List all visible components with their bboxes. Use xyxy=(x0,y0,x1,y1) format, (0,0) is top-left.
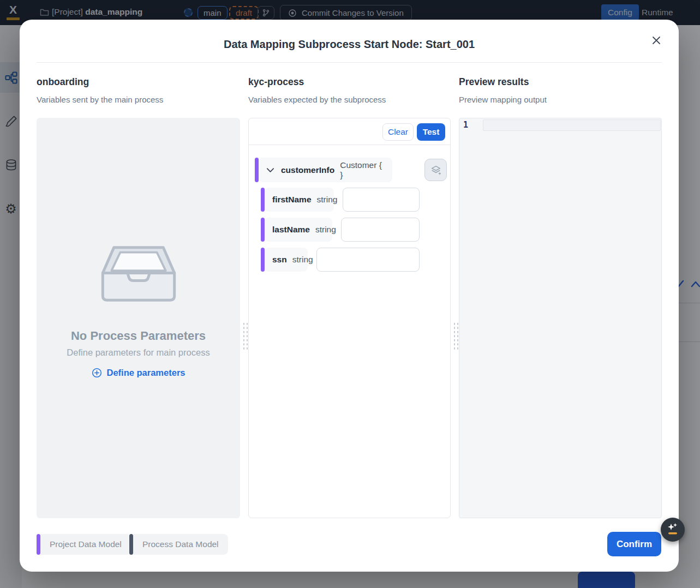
chevron-down-icon[interactable] xyxy=(266,167,274,173)
preview-output-editor[interactable]: 1 xyxy=(459,118,662,518)
dialog-title: Data Mapping Subprocess Start Node: Star… xyxy=(20,38,679,51)
legend-process-data-model: Process Data Model xyxy=(129,534,228,555)
target-panel-toolbar: Clear Test xyxy=(249,118,450,145)
panel-resize-handle[interactable] xyxy=(242,322,248,350)
empty-inbox-icon xyxy=(99,244,178,303)
firstName-value-input[interactable] xyxy=(343,188,420,212)
variable-type: string xyxy=(292,255,313,265)
variable-row: lastName string xyxy=(261,218,332,242)
preview-subtitle: Preview mapping output xyxy=(459,95,547,104)
target-variables-panel: Clear Test customerInfo Customer { } fir… xyxy=(248,118,451,518)
source-process-subtitle: Variables sent by the main process xyxy=(37,95,163,104)
ai-assistant-button[interactable] xyxy=(661,518,685,542)
define-parameters-label: Define parameters xyxy=(107,368,186,378)
variable-type: string xyxy=(315,225,336,235)
legend-label: Project Data Model xyxy=(40,534,131,555)
variable-row: firstName string xyxy=(261,188,334,212)
add-layer-button[interactable] xyxy=(424,159,447,181)
legend-label: Process Data Model xyxy=(133,534,228,555)
test-button[interactable]: Test xyxy=(417,123,445,141)
variable-name: ssn xyxy=(272,255,287,265)
project-model-accent-bar xyxy=(261,248,265,272)
variable-type: Customer { } xyxy=(340,160,385,180)
variable-name: firstName xyxy=(272,195,312,205)
editor-line-number: 1 xyxy=(463,120,468,130)
variable-row: ssn string xyxy=(261,248,308,272)
empty-state-subtitle: Define parameters for main process xyxy=(37,347,240,358)
variable-pill: ssn string xyxy=(265,248,308,272)
project-model-accent-bar xyxy=(261,218,265,242)
variable-group-row: customerInfo Customer { } xyxy=(255,158,392,182)
lastName-value-input[interactable] xyxy=(341,218,420,242)
variable-pill: firstName string xyxy=(265,188,334,212)
layers-plus-icon xyxy=(430,164,442,176)
source-process-title: onboarding xyxy=(37,76,89,88)
project-model-accent-bar xyxy=(261,188,265,212)
legend-project-data-model: Project Data Model xyxy=(37,534,131,555)
project-model-accent-bar xyxy=(255,158,259,182)
variable-pill: lastName string xyxy=(265,218,332,242)
sparkles-icon xyxy=(666,522,680,537)
editor-current-line xyxy=(483,119,661,131)
clear-button[interactable]: Clear xyxy=(382,123,414,141)
project-model-color-swatch xyxy=(37,534,40,555)
define-parameters-link[interactable]: Define parameters xyxy=(37,368,240,378)
process-model-color-swatch xyxy=(129,534,133,555)
panel-resize-handle[interactable] xyxy=(453,322,459,350)
variable-group-pill[interactable]: customerInfo Customer { } xyxy=(259,158,392,182)
preview-title: Preview results xyxy=(459,76,529,88)
empty-state-title: No Process Parameters xyxy=(37,329,240,343)
target-process-subtitle: Variables expected by the subprocess xyxy=(248,95,386,104)
title-divider xyxy=(37,62,662,63)
confirm-button[interactable]: Confirm xyxy=(607,532,661,556)
plus-circle-icon xyxy=(92,368,102,378)
variable-name: customerInfo xyxy=(281,165,334,175)
ssn-value-input[interactable] xyxy=(316,248,420,272)
variable-name: lastName xyxy=(272,225,310,235)
close-button[interactable] xyxy=(649,33,663,47)
source-parameters-panel: No Process Parameters Define parameters … xyxy=(37,118,240,518)
variable-type: string xyxy=(317,195,338,205)
target-process-title: kyc-process xyxy=(248,76,304,88)
close-icon xyxy=(651,35,662,46)
data-mapping-dialog: Data Mapping Subprocess Start Node: Star… xyxy=(20,20,679,572)
